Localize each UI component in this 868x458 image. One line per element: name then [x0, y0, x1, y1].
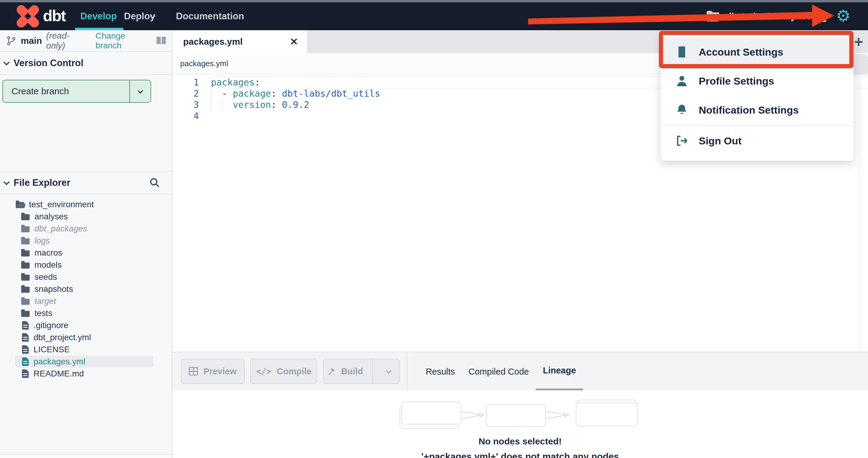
toolbar-divider — [407, 352, 407, 390]
folder-icon — [706, 10, 720, 22]
tree-item-gitignore[interactable]: .gitignore — [0, 319, 172, 331]
tree-item-macros[interactable]: macros — [0, 247, 172, 259]
tree-item-tests[interactable]: tests — [0, 307, 172, 319]
close-icon[interactable]: ✕ — [290, 36, 298, 47]
folder-icon — [21, 238, 30, 244]
active-nav-underline — [75, 28, 123, 30]
tree-item-packages-yml[interactable]: packages.yml — [15, 356, 154, 368]
dbt-logo-icon — [16, 4, 40, 28]
build-button[interactable]: Build — [323, 366, 367, 377]
sidebar: main (read-only) Change branch Version C… — [0, 30, 172, 458]
folder-icon — [21, 311, 30, 317]
brand-text: dbt — [43, 7, 66, 25]
lineage-panel: No nodes selected! '+packages.yml+' does… — [172, 390, 868, 458]
new-tab-plus-icon[interactable]: + — [854, 33, 863, 51]
window-top-strip — [0, 0, 868, 2]
tree-item-license[interactable]: LICENSE — [0, 344, 172, 356]
build-dropdown[interactable] — [378, 370, 399, 373]
code-icon: </> — [256, 366, 272, 377]
build-button-group: Build — [323, 359, 400, 384]
tree-item-test-environment[interactable]: test_environment — [0, 198, 172, 210]
tab-packages-yml[interactable]: packages.yml ✕ — [172, 30, 307, 53]
create-branch-button[interactable]: Create branch — [2, 80, 151, 103]
menu-item-profile-settings[interactable]: Profile Settings — [661, 66, 854, 95]
tree-item-snapshots[interactable]: snapshots — [0, 283, 172, 295]
menu-divider — [661, 125, 854, 126]
branch-name: main — [21, 36, 42, 46]
account-project-label: dbt Labs / Analytics — [726, 11, 811, 22]
version-control-body: Create branch — [0, 75, 172, 171]
folder-icon — [21, 251, 30, 257]
user-avatar-icon[interactable] — [815, 10, 828, 23]
account-project-selector[interactable]: dbt Labs / Analytics — [706, 2, 811, 30]
hammer-icon — [327, 367, 336, 376]
account-dropdown-menu: Account Settings Profile Settings Notifi… — [661, 33, 854, 161]
tree-item-target[interactable]: target — [0, 295, 172, 307]
tab-compiled-code[interactable]: Compiled Code — [462, 352, 535, 391]
tabbar-scroll-pill — [851, 54, 868, 75]
nav-item-develop[interactable]: Develop — [81, 2, 117, 30]
menu-item-sign-out[interactable]: Sign Out — [661, 126, 854, 155]
tab-lineage[interactable]: Lineage — [536, 352, 583, 391]
create-branch-label: Create branch — [3, 86, 129, 96]
bottom-toolbar: Preview </> Compile Build Results Compil… — [172, 352, 868, 390]
tree-item-dbt-project-yml[interactable]: dbt_project.yml — [0, 331, 172, 344]
sign-out-icon — [675, 134, 688, 148]
folder-icon — [21, 214, 30, 220]
top-nav: dbt Develop Deploy Documentation dbt Lab… — [0, 2, 868, 30]
branch-mode: (read-only) — [46, 31, 87, 51]
version-control-title: Version Control — [13, 58, 84, 69]
chevron-down-icon — [3, 178, 10, 185]
git-branch-icon — [6, 35, 17, 46]
line-number: 3 — [172, 99, 199, 110]
folder-icon — [21, 263, 30, 269]
folder-icon — [21, 274, 30, 281]
file-tree: test_environment analyses dbt_packages l… — [0, 194, 172, 380]
tree-item-seeds[interactable]: seeds — [0, 271, 172, 283]
gear-icon[interactable]: ⚙ — [836, 2, 850, 30]
tree-item-readme-md[interactable]: README.md — [0, 368, 172, 380]
tab-results[interactable]: Results — [418, 352, 463, 391]
lineage-empty-title: No nodes selected! — [172, 436, 868, 447]
indent-guide — [222, 99, 222, 110]
docs-book-icon[interactable] — [156, 36, 167, 46]
change-branch-link[interactable]: Change branch — [95, 31, 151, 51]
file-explorer-header[interactable]: File Explorer — [0, 171, 172, 194]
branch-row: main (read-only) Change branch — [0, 30, 172, 52]
file-icon — [22, 369, 29, 378]
folder-icon — [21, 299, 30, 305]
line-number: 4 — [172, 110, 199, 122]
search-icon[interactable] — [149, 177, 161, 189]
tree-item-dbt-packages[interactable]: dbt_packages — [0, 223, 172, 235]
file-icon — [22, 321, 29, 330]
building-icon — [675, 45, 688, 59]
tree-item-models[interactable]: models — [0, 259, 172, 271]
preview-button[interactable]: Preview — [181, 359, 245, 384]
folder-icon — [21, 226, 30, 232]
tree-item-analyses[interactable]: analyses — [0, 210, 172, 223]
file-explorer-title: File Explorer — [13, 177, 70, 188]
chevron-down-icon — [3, 59, 10, 65]
line-number: 1 — [172, 77, 199, 88]
folder-open-icon — [16, 202, 24, 208]
file-icon — [22, 333, 29, 342]
lineage-empty-subtitle: '+packages.yml+' does not match any node… — [172, 451, 868, 458]
version-control-header[interactable]: Version Control — [0, 52, 172, 75]
file-icon — [22, 345, 29, 354]
editor-scrollbar-track[interactable] — [860, 53, 860, 382]
lineage-skeleton-graph — [399, 399, 641, 431]
preview-label: Preview — [204, 366, 237, 377]
nav-item-documentation[interactable]: Documentation — [176, 2, 244, 30]
bell-icon — [675, 103, 688, 117]
sidebar-bottom-strip — [0, 454, 172, 458]
tree-item-logs[interactable]: logs — [0, 235, 172, 247]
tab-label: packages.yml — [183, 37, 290, 47]
create-branch-dropdown[interactable] — [130, 90, 151, 93]
line-number: 2 — [172, 88, 199, 99]
folder-icon — [21, 287, 30, 293]
menu-item-account-settings[interactable]: Account Settings — [661, 37, 854, 66]
build-label: Build — [341, 366, 363, 377]
compile-button[interactable]: </> Compile — [250, 359, 317, 384]
table-icon — [189, 367, 198, 375]
menu-item-notification-settings[interactable]: Notification Settings — [661, 95, 854, 125]
